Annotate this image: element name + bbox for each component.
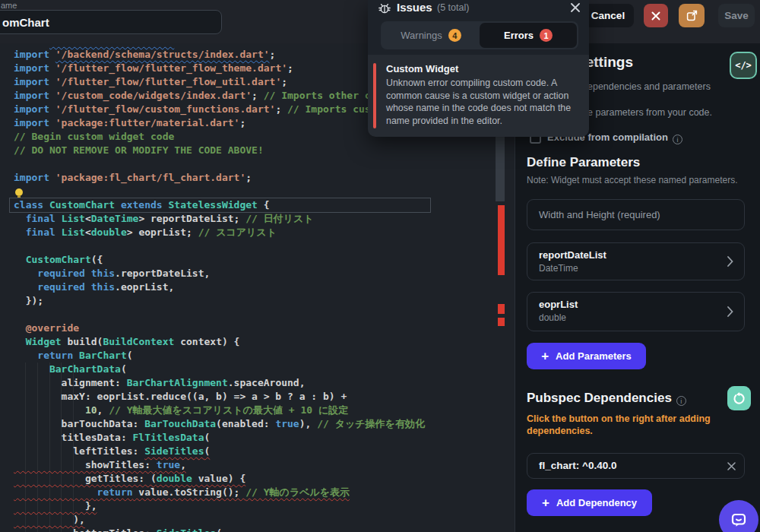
widget-name-value: omChart xyxy=(2,16,49,29)
tab-warnings[interactable]: Warnings 4 xyxy=(382,23,480,48)
error-severity-strip xyxy=(373,63,376,128)
plus-icon: + xyxy=(541,350,549,363)
indent-guide xyxy=(61,363,62,532)
code-line: @override xyxy=(14,321,425,335)
code-line: import '/backend/schema/structs/index.da… xyxy=(14,48,425,62)
code-line: alignment: BarChartAlignment.spaceAround… xyxy=(14,376,425,390)
code-line: BarChartData( xyxy=(14,363,425,376)
define-parameters-heading: Define Parameters xyxy=(527,155,640,170)
remove-dependency-icon[interactable] xyxy=(727,462,736,470)
tab-errors[interactable]: Errors 1 xyxy=(480,23,577,48)
code-line: import '/flutter_flow/flutter_flow_util.… xyxy=(14,75,425,89)
code-line: required this.eoprList, xyxy=(14,280,425,294)
external-link-icon xyxy=(686,10,698,21)
code-line: return BarChart( xyxy=(14,349,425,363)
code-line: showTitles: true, xyxy=(14,458,425,472)
indent-guide xyxy=(25,363,26,532)
pubspec-dependencies-heading: Pubspec Dependenciesi xyxy=(527,391,686,406)
indent-guide xyxy=(37,363,38,532)
errors-count-badge: 1 xyxy=(540,29,553,42)
code-line xyxy=(14,239,425,253)
issues-total: (5 total) xyxy=(437,2,469,13)
code-line: titlesData: FlTitlesData( xyxy=(14,431,425,445)
add-dependency-button[interactable]: + Add Dependency xyxy=(527,489,652,516)
bug-icon xyxy=(378,2,391,14)
close-icon xyxy=(651,11,660,21)
chat-support-button[interactable] xyxy=(719,500,758,532)
plus-icon: + xyxy=(542,496,549,509)
code-line: maxY: eoprList.reduce((a, b) => a > b ? … xyxy=(14,390,425,404)
issues-tabs: Warnings 4 Errors 1 xyxy=(381,21,578,49)
parameter-row-eoprList[interactable]: eoprList double xyxy=(527,292,745,331)
error-title: Custom Widget xyxy=(386,63,458,74)
code-line: return value.toString(); // Y軸のラベルを表示 xyxy=(14,486,425,499)
refresh-dependencies-button[interactable] xyxy=(727,386,751,410)
code-line: required this.reportDateList, xyxy=(14,267,425,280)
parameter-name: reportDateList xyxy=(539,249,606,261)
indent-guide xyxy=(49,363,50,532)
code-line: import '/flutter_flow/custom_functions.d… xyxy=(14,103,425,116)
size-parameter-box[interactable]: Width and Height (required) xyxy=(527,199,745,230)
chevron-right-icon xyxy=(727,256,733,267)
lightbulb-icon[interactable] xyxy=(15,188,23,196)
scrollbar-error-mark xyxy=(498,318,505,326)
code-line xyxy=(14,308,425,321)
parameter-type: DateTime xyxy=(539,263,578,274)
code-line: ), xyxy=(14,513,425,527)
settings-description: ependencies and parameters xyxy=(587,81,711,92)
add-parameters-button[interactable]: + Add Parameters xyxy=(527,343,646,369)
code-line: import '/flutter_flow/flutter_flow_theme… xyxy=(14,62,425,75)
info-icon[interactable]: i xyxy=(673,135,682,144)
issues-title: Issues xyxy=(397,1,432,14)
code-line xyxy=(14,157,425,171)
code-line: final List<DateTime> reportDateList; // … xyxy=(14,212,425,226)
size-parameter-label: Width and Height (required) xyxy=(539,200,660,230)
code-line: import 'package:flutter/material.dart'; xyxy=(14,116,425,130)
code-line: getTitles: (double value) { xyxy=(14,472,425,486)
code-line: Widget build(BuildContext context) { xyxy=(14,335,425,349)
code-icon: </> xyxy=(735,60,752,71)
error-description: Unknown error compiling custom code. A c… xyxy=(386,77,582,127)
code-line: }); xyxy=(14,294,425,308)
close-popup-icon[interactable] xyxy=(571,3,580,12)
indent-guide xyxy=(73,363,74,532)
code-line: CustomChart({ xyxy=(14,253,425,267)
delete-button[interactable] xyxy=(644,4,668,27)
code-line: import 'package:fl_chart/fl_chart.dart'; xyxy=(14,171,425,185)
code-line: bottomTitles: SideTitles( xyxy=(14,527,425,532)
code-view-toggle-button[interactable]: </> xyxy=(730,52,757,79)
parameter-type: double xyxy=(539,312,566,323)
open-external-button[interactable] xyxy=(679,4,705,27)
code-line: 10, // Y軸最大値をスコアリストの最大値 + 10 に設定 xyxy=(14,404,425,417)
widget-name-input[interactable]: omChart xyxy=(0,10,222,34)
parameter-name: eoprList xyxy=(539,299,578,310)
dependency-value: fl_chart: ^0.40.0 xyxy=(539,454,616,478)
code-line: import '/custom_code/widgets/index.dart'… xyxy=(14,89,425,103)
parameter-row-reportDateList[interactable]: reportDateList DateTime xyxy=(527,242,745,280)
scrollbar-error-mark xyxy=(498,304,505,314)
info-icon[interactable]: i xyxy=(676,396,686,406)
code-line: // DO NOT REMOVE OR MODIFY THE CODE ABOV… xyxy=(14,144,425,157)
pubspec-warning-text: Click the button on the right after addi… xyxy=(527,413,726,437)
cancel-button[interactable]: Cancel xyxy=(582,4,634,27)
code-line: }, xyxy=(14,499,425,513)
settings-description-2: e parameters from your code. xyxy=(587,107,712,118)
code-line: leftTitles: SideTitles( xyxy=(14,445,425,458)
code-line: barTouchData: BarTouchData(enabled: true… xyxy=(14,417,425,431)
warnings-count-badge: 4 xyxy=(448,29,461,42)
define-parameters-note: Note: Widget must accept these named par… xyxy=(527,175,737,185)
scrollbar-error-mark xyxy=(498,205,505,275)
dependency-row[interactable]: fl_chart: ^0.40.0 xyxy=(527,453,745,479)
code-line: // Begin custom widget code xyxy=(14,130,425,144)
save-button[interactable]: Save xyxy=(718,4,755,27)
chevron-right-icon xyxy=(727,306,733,317)
code-lines: ' 'import '/backend/schema/structs/index… xyxy=(14,43,425,532)
refresh-icon xyxy=(733,392,746,405)
code-line: class CustomChart extends StatelessWidge… xyxy=(14,198,425,212)
code-line: final List<double> eoprList; // スコアリスト xyxy=(14,226,425,239)
code-line xyxy=(14,185,425,198)
issues-popup: Issues (5 total) Warnings 4 Errors 1 Cus… xyxy=(368,0,589,137)
chat-icon xyxy=(730,511,748,529)
name-field-label: ame xyxy=(1,1,17,10)
